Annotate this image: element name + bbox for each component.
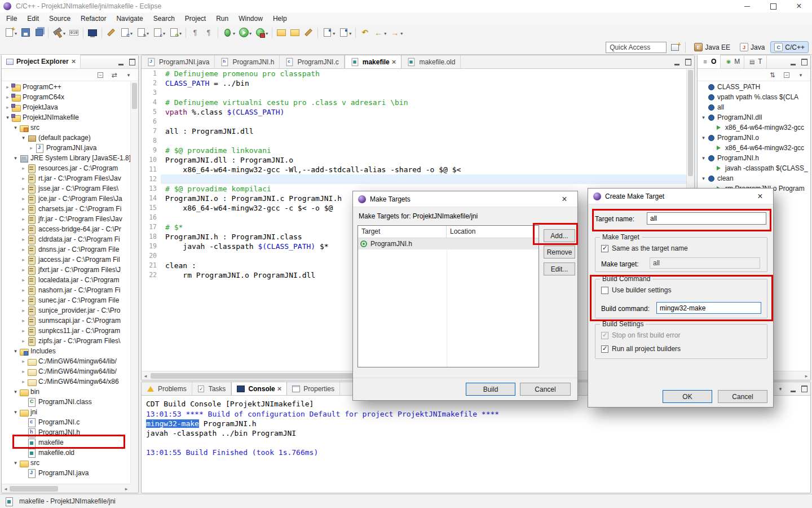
collapse-all-icon[interactable] [782, 71, 791, 80]
outline-tab-o[interactable]: O [698, 55, 721, 68]
expand-arrow-icon[interactable] [20, 244, 27, 255]
tree-item[interactable]: jce.jar - C:\Program Files\Ja [2, 194, 130, 204]
collapse-arrow-icon[interactable] [12, 153, 19, 163]
tree-item[interactable]: makefile [2, 437, 130, 448]
outline-item[interactable]: javah -classpath $(CLASS_ [698, 163, 810, 173]
last-edit-location-icon[interactable] [359, 26, 371, 40]
target-name-input[interactable] [647, 212, 766, 225]
tree-item[interactable]: jfr.jar - C:\Program Files\Jav [2, 214, 130, 224]
scrollbar-thumb[interactable] [10, 486, 58, 492]
build-button[interactable]: Build [466, 383, 515, 396]
tree-item[interactable]: zipfs.jar - C:\Program Files\ [2, 336, 130, 346]
tree-item[interactable]: rt.jar - C:\Program Files\Jav [2, 173, 130, 183]
save-icon[interactable] [19, 26, 32, 40]
close-view-icon[interactable] [72, 58, 76, 65]
view-tab-properties[interactable]: Properties [287, 382, 340, 395]
tree-item[interactable]: ProgramJNI.h [2, 427, 130, 437]
close-tab-icon[interactable] [277, 385, 282, 393]
new-binary-icon[interactable] [68, 26, 80, 40]
perspective-c-c[interactable]: C/C++ [770, 41, 809, 53]
menu-navigate[interactable]: Navigate [111, 14, 148, 24]
tree-item[interactable]: jsse.jar - C:\Program Files\ [2, 183, 130, 194]
outline-item[interactable]: vpath vpath %.class $(CLA [698, 92, 810, 102]
add-button[interactable]: Add... [544, 229, 575, 242]
tree-item[interactable]: C:/MinGW64/mingw64/lib/ [2, 366, 130, 376]
run-all-builders-checkbox[interactable] [601, 345, 608, 353]
expand-arrow-icon[interactable] [20, 336, 27, 346]
sort-icon[interactable] [768, 71, 777, 80]
tree-item[interactable]: nashorn.jar - C:\Program Fi [2, 285, 130, 295]
use-builder-settings-checkbox[interactable] [601, 287, 608, 294]
minimize-view-icon[interactable] [789, 386, 796, 392]
collapse-arrow-icon[interactable] [700, 112, 707, 122]
tree-item[interactable]: (default package) [2, 133, 130, 143]
previous-annotation-icon[interactable] [337, 26, 352, 40]
tree-item[interactable]: sunpkcs11.jar - C:\Program [2, 326, 130, 336]
tree-item[interactable]: charsets.jar - C:\Program Fi [2, 204, 130, 214]
open-element-icon[interactable] [275, 26, 288, 40]
forward-icon[interactable] [389, 26, 404, 40]
collapse-arrow-icon[interactable] [12, 407, 19, 417]
menu-project[interactable]: Project [180, 14, 211, 24]
quick-access-input[interactable]: Quick Access [606, 42, 667, 53]
tree-item[interactable]: localedata.jar - C:\Program [2, 275, 130, 285]
link-with-editor-icon[interactable] [110, 71, 119, 80]
collapse-arrow-icon[interactable] [700, 133, 707, 143]
expand-arrow-icon[interactable] [20, 326, 27, 336]
tree-item[interactable]: ProgramJNI.c [2, 417, 130, 427]
view-menu-icon[interactable] [796, 71, 805, 80]
close-dialog-icon[interactable] [557, 194, 572, 204]
perspective-java[interactable]: Java [736, 41, 769, 53]
expand-arrow-icon[interactable] [20, 255, 27, 265]
maximize-button[interactable] [760, 0, 786, 12]
view-menu-icon[interactable] [776, 384, 785, 393]
tree-item[interactable]: Includes [2, 346, 130, 356]
expand-arrow-icon[interactable] [20, 295, 27, 305]
dialog-title-bar[interactable]: Make Targets [353, 191, 577, 207]
collapse-arrow-icon[interactable] [700, 173, 707, 183]
tree-item[interactable]: jaccess.jar - C:\Program Fil [2, 255, 130, 265]
collapse-all-icon[interactable] [96, 71, 105, 80]
menu-edit[interactable]: Edit [22, 14, 44, 24]
outline-tab-m[interactable]: M [721, 55, 744, 68]
expand-arrow-icon[interactable] [20, 204, 27, 214]
outline-tab-t[interactable]: T [744, 55, 766, 68]
tree-item[interactable]: src [2, 122, 130, 133]
expand-arrow-icon[interactable] [20, 366, 27, 376]
outline-item[interactable]: x86_64-w64-mingw32-gcc [698, 122, 810, 133]
dropdown-arrow-icon[interactable] [162, 29, 165, 37]
expand-arrow-icon[interactable] [20, 224, 27, 234]
expand-arrow-icon[interactable] [4, 92, 11, 102]
tree-item[interactable]: ProgramJNI.java [2, 468, 130, 478]
tree-item[interactable]: ProgramC++ [2, 82, 130, 92]
scroll-right-icon[interactable]: ▸ [122, 486, 130, 492]
expand-arrow-icon[interactable] [20, 173, 27, 183]
close-dialog-icon[interactable] [752, 191, 768, 202]
expand-arrow-icon[interactable] [20, 265, 27, 275]
console-output[interactable]: CDT Build Console [ProjektJNImakefile] 1… [142, 396, 810, 493]
new-source-icon[interactable] [151, 26, 166, 40]
remove-button[interactable]: Remove [544, 246, 575, 259]
open-console-icon[interactable] [86, 26, 99, 40]
outline-item[interactable]: CLASS_PATH [698, 82, 810, 92]
expand-arrow-icon[interactable] [20, 356, 27, 366]
collapse-arrow-icon[interactable] [12, 346, 19, 356]
outline-item[interactable]: all [698, 102, 810, 112]
maximize-view-icon[interactable] [685, 59, 691, 65]
expand-arrow-icon[interactable] [20, 214, 27, 224]
tree-item[interactable]: resources.jar - C:\Program [2, 163, 130, 173]
new-class-icon[interactable] [118, 26, 134, 40]
ok-button[interactable]: OK [663, 390, 712, 403]
editor-tab-programjni-h[interactable]: ProgramJNI.h [215, 55, 280, 68]
tree-item[interactable]: cldrdata.jar - C:\Program Fi [2, 234, 130, 244]
tree-item[interactable]: dnsns.jar - C:\Program File [2, 244, 130, 255]
tree-item[interactable]: access-bridge-64.jar - C:\Pr [2, 224, 130, 234]
outline-item[interactable]: ProgramJNI.o [698, 133, 810, 143]
collapse-arrow-icon[interactable] [12, 122, 19, 133]
dropdown-arrow-icon[interactable] [249, 29, 251, 37]
expand-arrow-icon[interactable] [20, 194, 27, 204]
build-all-icon[interactable] [51, 26, 67, 40]
dropdown-arrow-icon[interactable] [332, 29, 335, 37]
collapse-arrow-icon[interactable] [20, 133, 27, 143]
expand-arrow-icon[interactable] [20, 275, 27, 285]
